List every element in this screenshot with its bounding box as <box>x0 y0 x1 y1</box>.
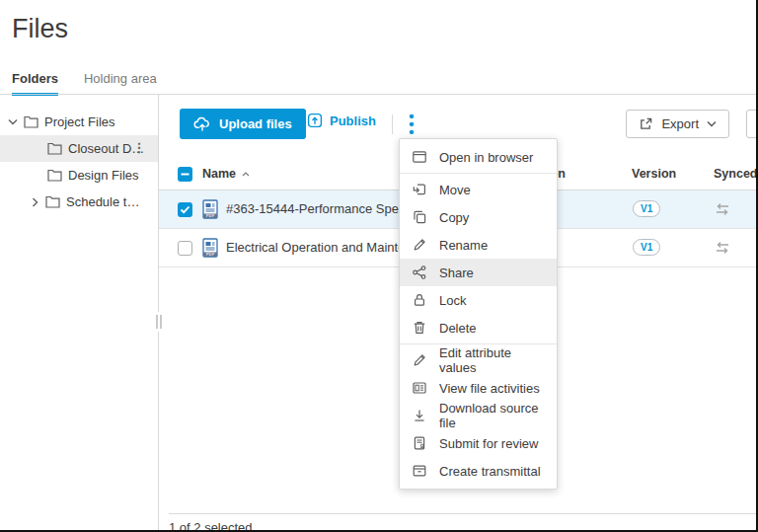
export-label: Export <box>661 116 699 131</box>
publish-icon <box>307 113 323 128</box>
transmittal-icon <box>412 463 427 479</box>
pencil-icon <box>412 352 427 368</box>
menu-item-move[interactable]: Move <box>400 176 557 203</box>
row-checkbox[interactable] <box>178 202 192 217</box>
chevron-right-icon[interactable] <box>29 197 40 207</box>
select-all-checkbox[interactable] <box>178 167 192 182</box>
column-header-synced[interactable]: Synced w <box>714 167 758 181</box>
version-badge[interactable]: V1 <box>633 239 660 256</box>
files-page: Files Folders Holding area Project Files… <box>0 0 758 532</box>
version-badge[interactable]: V1 <box>633 200 660 217</box>
folder-icon <box>44 195 60 208</box>
sync-arrows-icon <box>715 202 730 216</box>
column-header-version[interactable]: Version <box>632 167 676 181</box>
upload-files-label: Upload files <box>219 116 292 131</box>
export-icon <box>639 116 653 131</box>
upload-files-button[interactable]: Upload files <box>180 109 306 139</box>
lock-icon <box>412 292 427 308</box>
folder-icon <box>46 142 62 155</box>
tree-item-design-files[interactable]: Design Files <box>0 162 158 189</box>
clipped-button[interactable] <box>746 110 758 138</box>
tree-item-project-files[interactable]: Project Files <box>0 109 158 135</box>
menu-item-delete[interactable]: Delete <box>400 314 557 342</box>
context-menu: Open in browser Move Copy Rename Share <box>399 138 558 490</box>
row-checkbox[interactable] <box>178 241 192 256</box>
tree-item-schedule[interactable]: Schedule t… <box>0 189 158 215</box>
menu-divider <box>400 173 557 174</box>
tree-item-label: Design Files <box>68 168 139 183</box>
menu-item-copy[interactable]: Copy <box>400 203 557 231</box>
export-button[interactable]: Export <box>626 110 729 138</box>
pdf-file-icon: PDF <box>201 199 219 219</box>
browser-icon <box>412 149 427 165</box>
toolbar-separator <box>392 114 393 134</box>
folder-more-icon[interactable]: ⋮ <box>132 140 146 156</box>
folder-icon <box>23 115 38 128</box>
file-name[interactable]: Electrical Operation and Mainten <box>226 240 413 255</box>
sort-asc-icon <box>242 172 250 177</box>
tab-folders[interactable]: Folders <box>12 71 58 96</box>
svg-text:PDF: PDF <box>206 252 215 257</box>
selection-status: 1 of 2 selected <box>169 520 253 530</box>
chevron-down-icon[interactable] <box>7 118 19 125</box>
menu-item-rename[interactable]: Rename <box>400 231 557 259</box>
review-icon <box>412 435 427 451</box>
publish-button[interactable]: Publish <box>307 113 376 128</box>
menu-item-create-transmittal[interactable]: Create transmittal <box>400 457 557 485</box>
menu-item-lock[interactable]: Lock <box>400 286 557 314</box>
folder-icon <box>46 169 62 182</box>
upload-cloud-icon <box>193 116 211 131</box>
menu-item-view-file-activities[interactable]: View file activities <box>400 374 557 402</box>
pdf-file-icon: PDF <box>201 238 219 258</box>
menu-item-edit-attribute-values[interactable]: Edit attribute values <box>400 346 557 374</box>
pencil-icon <box>412 237 427 253</box>
publish-label: Publish <box>330 114 376 128</box>
column-header-name[interactable]: Name <box>202 167 250 181</box>
svg-text:PDF: PDF <box>206 213 215 218</box>
menu-item-open-in-browser[interactable]: Open in browser <box>400 143 557 171</box>
share-icon <box>412 265 427 280</box>
tree-item-label: Schedule t… <box>66 194 139 209</box>
toolbar: Upload files Publish ••• Export <box>159 109 758 140</box>
tree-item-label: Project Files <box>44 114 115 129</box>
menu-item-download-source-file[interactable]: Download source file <box>400 402 557 429</box>
download-icon <box>412 408 427 423</box>
activities-icon <box>412 380 427 396</box>
tab-holding-area[interactable]: Holding area <box>84 71 157 96</box>
more-actions-icon[interactable]: ••• <box>403 112 420 137</box>
menu-item-share[interactable]: Share <box>400 259 557 286</box>
page-title: Files <box>12 14 68 44</box>
menu-divider <box>400 343 557 344</box>
move-icon <box>412 182 427 197</box>
file-name[interactable]: #363-15444-Performance Spec-2 <box>226 201 417 216</box>
footer-divider <box>169 513 758 514</box>
chevron-down-icon <box>707 120 717 127</box>
copy-icon <box>412 209 427 225</box>
sync-arrows-icon <box>715 241 730 255</box>
trash-icon <box>412 320 427 336</box>
menu-item-submit-for-review[interactable]: Submit for review <box>400 429 557 457</box>
folder-tree: Project Files Closeout D… ⋮ Design Files… <box>0 95 158 530</box>
tab-bar: Folders Holding area <box>12 71 157 96</box>
tree-item-closeout[interactable]: Closeout D… ⋮ <box>0 135 158 162</box>
